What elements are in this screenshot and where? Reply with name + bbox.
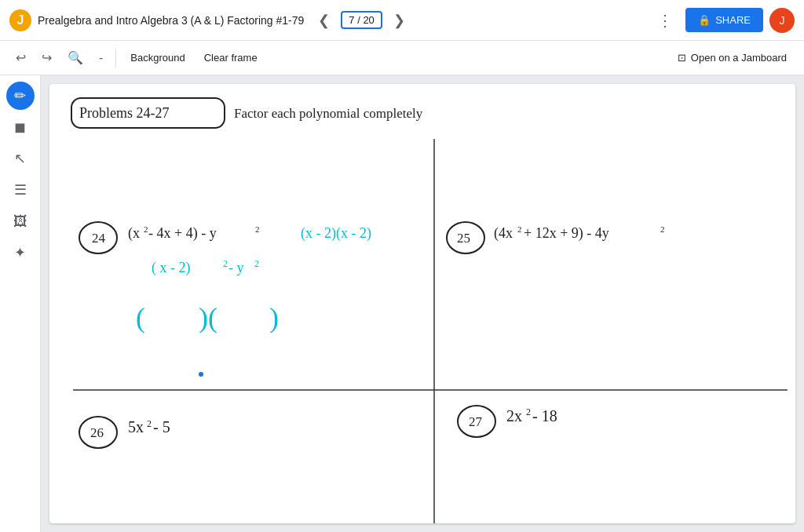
laser-tool-button[interactable]: ✦ — [6, 239, 35, 267]
svg-text:25: 25 — [457, 231, 470, 246]
svg-text:- 5: - 5 — [153, 418, 170, 435]
toolbar: ↩ ↪ 🔍 - Background Clear frame ⊡ Open on… — [0, 41, 804, 75]
svg-text:(: ( — [136, 302, 145, 333]
zoom-button[interactable]: 🔍 — [61, 46, 90, 70]
clear-frame-button[interactable]: Clear frame — [196, 47, 265, 68]
svg-text:2: 2 — [526, 406, 531, 417]
svg-text:+ 12x + 9) - 4y: + 12x + 9) - 4y — [524, 225, 609, 242]
select-tool-button[interactable]: ↖ — [6, 144, 35, 173]
svg-text:27: 27 — [469, 414, 483, 429]
eraser-tool-button[interactable]: ◼ — [6, 113, 35, 141]
zoom-level-button[interactable]: - — [93, 46, 109, 70]
svg-text:(x: (x — [128, 225, 140, 242]
svg-text:2: 2 — [223, 258, 228, 269]
note-tool-button[interactable]: ☰ — [6, 176, 35, 204]
eraser-icon: ◼ — [14, 118, 26, 136]
canvas-area: Problems 24-27 Factor each polynomial co… — [41, 75, 804, 532]
left-tool-panel: ✏ ◼ ↖ ☰ 🖼 ✦ — [0, 75, 41, 532]
main-area: ✏ ◼ ↖ ☰ 🖼 ✦ Problems 24-27 Factor each — [0, 75, 804, 532]
svg-text:2: 2 — [255, 224, 260, 234]
svg-text:Problems 24-27: Problems 24-27 — [79, 105, 170, 121]
svg-point-19 — [199, 372, 203, 377]
redo-button[interactable]: ↪ — [35, 46, 58, 70]
svg-text:2: 2 — [660, 224, 665, 234]
svg-text:)(: )( — [199, 302, 217, 333]
svg-text:(x - 2)(x - 2): (x - 2)(x - 2) — [301, 225, 371, 242]
next-slide-button[interactable]: ❯ — [389, 9, 410, 32]
header: J Prealgebra and Intro Algebra 3 (A & L)… — [0, 0, 804, 41]
svg-text:24: 24 — [92, 231, 106, 246]
avatar[interactable]: J — [769, 8, 795, 33]
svg-text:- 18: - 18 — [532, 407, 557, 425]
svg-text:2: 2 — [144, 224, 148, 234]
image-tool-button[interactable]: 🖼 — [6, 207, 35, 235]
more-options-button[interactable]: ⋮ — [651, 8, 679, 33]
open-jamboard-button[interactable]: ⊡ Open on a Jamboard — [670, 47, 795, 68]
image-icon: 🖼 — [13, 213, 27, 230]
jamboard-icon: ⊡ — [678, 52, 686, 64]
svg-text:- y: - y — [228, 260, 244, 275]
undo-button[interactable]: ↩ — [9, 46, 32, 70]
note-icon: ☰ — [14, 181, 27, 199]
previous-slide-button[interactable]: ❮ — [313, 9, 334, 32]
whiteboard-svg: Problems 24-27 Factor each polynomial co… — [49, 84, 795, 523]
svg-text:2x: 2x — [506, 407, 522, 425]
slide-counter[interactable]: 7 / 20 — [341, 11, 382, 29]
background-button[interactable]: Background — [122, 47, 192, 68]
svg-text:- 4x + 4) - y: - 4x + 4) - y — [148, 225, 217, 242]
svg-text:26: 26 — [90, 425, 104, 440]
whiteboard[interactable]: Problems 24-27 Factor each polynomial co… — [49, 84, 795, 523]
svg-text:Factor each polynomial complet: Factor each polynomial completely — [234, 106, 423, 121]
share-button[interactable]: 🔒 SHARE — [685, 8, 763, 32]
pen-icon: ✏ — [14, 87, 26, 104]
svg-text:2: 2 — [254, 258, 259, 269]
svg-text:): ) — [269, 302, 279, 333]
toolbar-divider — [115, 49, 116, 67]
laser-icon: ✦ — [14, 244, 26, 261]
document-title: Prealgebra and Intro Algebra 3 (A & L) F… — [38, 14, 304, 27]
svg-text:(4x: (4x — [494, 225, 513, 242]
svg-text:( x - 2): ( x - 2) — [152, 260, 190, 276]
svg-text:2: 2 — [147, 418, 152, 429]
svg-text:5x: 5x — [128, 418, 144, 435]
select-icon: ↖ — [14, 150, 26, 167]
app-logo: J — [9, 9, 31, 31]
svg-text:2: 2 — [517, 224, 522, 234]
lock-icon: 🔒 — [698, 14, 711, 26]
pen-tool-button[interactable]: ✏ — [6, 82, 35, 110]
